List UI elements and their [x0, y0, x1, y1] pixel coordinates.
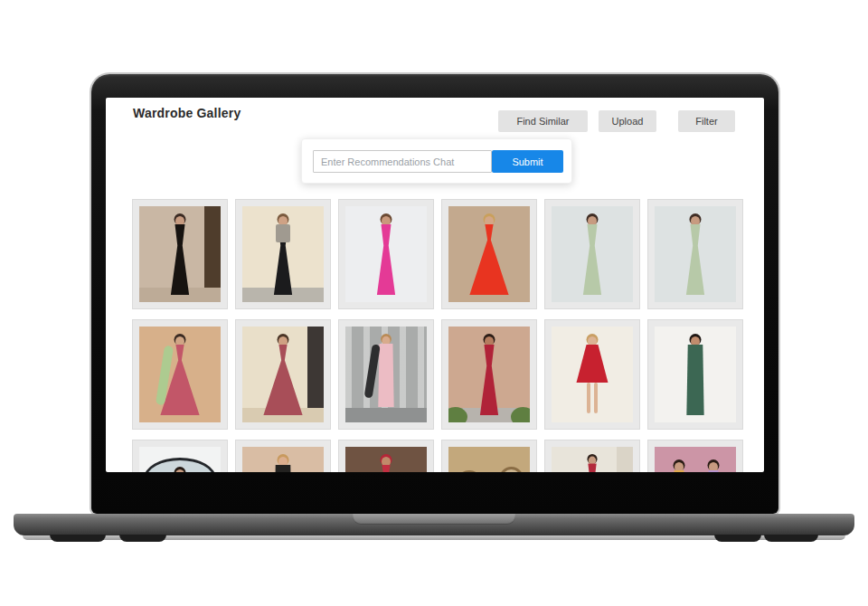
model-figure — [468, 334, 510, 419]
model-figure — [159, 334, 201, 419]
gallery-grid — [132, 199, 743, 472]
laptop-hinge-notch — [353, 514, 515, 525]
recommendations-chat-input[interactable] — [313, 150, 492, 173]
gallery-tile[interactable] — [647, 440, 743, 472]
gallery-tile[interactable] — [647, 319, 743, 430]
filter-button[interactable]: Filter — [678, 110, 735, 132]
gallery-tile[interactable] — [441, 319, 537, 430]
laptop-foot — [764, 535, 818, 542]
gallery-tile[interactable] — [338, 199, 434, 309]
gallery-tile[interactable] — [441, 440, 537, 472]
model-figure — [571, 213, 613, 298]
gallery-tile[interactable] — [544, 440, 640, 472]
gallery-tile[interactable] — [235, 440, 331, 472]
gallery-tile[interactable] — [647, 199, 743, 309]
laptop-base — [14, 514, 854, 535]
gallery-tile[interactable] — [235, 199, 331, 309]
laptop-lid: Wardrobe Gallery Find Similar Upload Fil… — [91, 74, 778, 514]
model-figure — [262, 334, 304, 419]
gallery-tile[interactable] — [132, 199, 228, 309]
model-figure — [675, 334, 716, 419]
model-figure — [574, 454, 609, 472]
model-figure — [262, 213, 304, 298]
model-figure — [159, 213, 201, 298]
laptop-screen: Wardrobe Gallery Find Similar Upload Fil… — [106, 98, 764, 472]
gallery-tile[interactable] — [441, 199, 537, 309]
model-figure — [367, 334, 404, 411]
submit-button[interactable]: Submit — [492, 150, 563, 173]
model-figure — [365, 213, 407, 298]
laptop-foot — [50, 535, 106, 542]
model-figure — [571, 334, 613, 419]
page-background: Wardrobe Gallery Find Similar Upload Fil… — [0, 0, 868, 606]
model-figure — [365, 454, 407, 472]
gallery-tile[interactable] — [338, 440, 434, 472]
gallery-tile[interactable] — [544, 199, 640, 309]
model-figure — [262, 454, 304, 472]
gallery-tile[interactable] — [338, 319, 434, 430]
gallery-tile[interactable] — [235, 319, 331, 430]
gallery-tile[interactable] — [132, 319, 228, 430]
gallery-tile[interactable] — [132, 440, 228, 472]
upload-button[interactable]: Upload — [599, 110, 656, 132]
recommendations-chat-card: Submit — [301, 138, 572, 184]
page-title: Wardrobe Gallery — [133, 106, 241, 120]
laptop-foot — [119, 535, 166, 542]
model-figure — [675, 213, 716, 298]
model-figure — [468, 213, 510, 298]
gallery-tile[interactable] — [544, 319, 640, 430]
find-similar-button[interactable]: Find Similar — [498, 110, 588, 132]
laptop-foot — [714, 535, 761, 542]
oval-portrait — [144, 458, 216, 472]
